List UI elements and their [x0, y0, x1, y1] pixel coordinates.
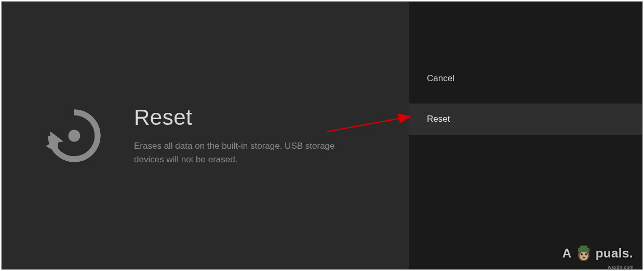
reset-button[interactable]: Reset [409, 104, 642, 135]
svg-point-0 [69, 130, 81, 141]
watermark-prefix: A [562, 246, 572, 261]
info-pane: Reset Erases all data on the built-in st… [2, 2, 409, 269]
source-domain: wsxdn.com [608, 265, 634, 270]
cancel-button[interactable]: Cancel [409, 63, 642, 94]
info-text: Reset Erases all data on the built-in st… [134, 105, 357, 166]
reset-label: Reset [427, 114, 450, 124]
reset-dialog-screen: Reset Erases all data on the built-in st… [1, 1, 643, 270]
svg-point-8 [585, 253, 587, 255]
mascot-icon [575, 243, 593, 263]
svg-point-9 [582, 257, 585, 259]
svg-point-7 [581, 253, 583, 255]
watermark-suffix: puals. [596, 246, 633, 261]
restore-icon [38, 102, 105, 170]
cancel-label: Cancel [427, 73, 454, 84]
page-description: Erases all data on the built-in storage.… [134, 139, 357, 166]
page-title: Reset [134, 105, 357, 130]
svg-rect-6 [580, 246, 587, 249]
watermark: A puals. [562, 243, 633, 263]
options-pane: Cancel Reset [409, 2, 642, 269]
svg-point-4 [580, 252, 588, 260]
